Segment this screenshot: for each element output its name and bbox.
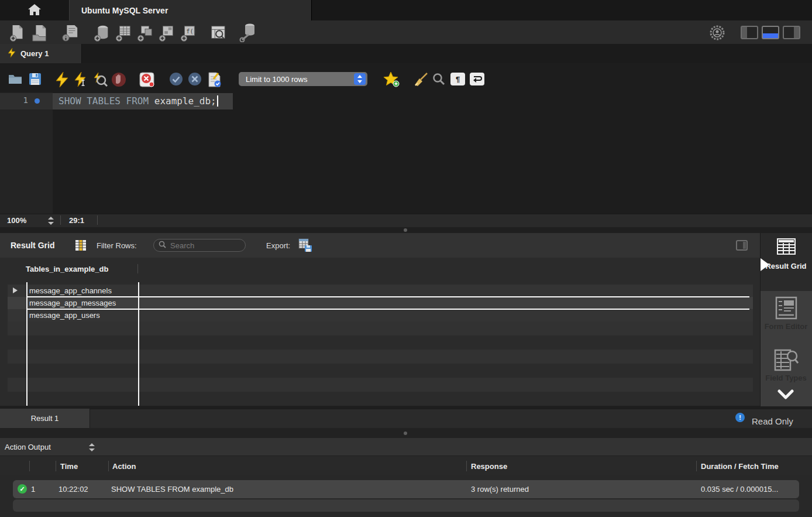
mysql-workbench-window: Ubuntu MySQL Server f()	[0, 0, 812, 517]
grid-column-header[interactable]: Tables_in_example_db	[26, 265, 108, 273]
status-divider-2	[97, 215, 98, 225]
toggle-right-panel-button[interactable]	[783, 26, 800, 39]
sidebar-collapse-arrow-icon[interactable]	[761, 258, 769, 271]
open-sql-script-icon[interactable]	[30, 24, 49, 42]
editor-tab-bar	[0, 44, 812, 63]
grid-vline[interactable]	[138, 282, 139, 406]
sys-badge-icon	[709, 25, 728, 42]
grid-header-row	[0, 258, 760, 280]
table-row[interactable]: message_app_channels	[8, 285, 753, 297]
action-output-column-header: Time Action Response Duration / Fetch Ti…	[0, 456, 812, 476]
create-function-icon[interactable]: f()	[179, 24, 198, 42]
sql-editor[interactable]	[0, 93, 812, 214]
stop-query-icon[interactable]	[111, 72, 125, 86]
toggle-left-panel-button[interactable]	[741, 26, 758, 39]
table-row[interactable]: message_app_messages	[8, 297, 753, 309]
row-action: SHOW TABLES FROM example_db	[111, 480, 233, 498]
toggle-stop-on-error-icon[interactable]	[139, 72, 153, 86]
query-bolt-icon	[8, 48, 15, 59]
query-tab-label: Query 1	[20, 49, 49, 58]
row-value: message_app_messages	[29, 299, 116, 307]
create-procedure-icon[interactable]	[157, 24, 176, 42]
col-response[interactable]: Response	[471, 456, 507, 476]
header-column-separator[interactable]	[137, 264, 138, 273]
create-schema-icon[interactable]	[92, 24, 111, 42]
grid-vline	[26, 282, 27, 406]
action-output-header	[0, 438, 812, 456]
action-output-title: Action Output	[5, 443, 51, 451]
create-table-icon[interactable]	[114, 24, 133, 42]
pilcrow-icon: ¶	[456, 75, 460, 84]
row-duration: 0.035 sec / 0.000015...	[701, 480, 778, 498]
connection-tab[interactable]: Ubuntu MySQL Server	[70, 0, 312, 20]
row-index: 1	[31, 480, 35, 498]
new-query-tab-icon[interactable]	[8, 24, 27, 42]
open-file-icon[interactable]	[8, 72, 22, 86]
execute-query-icon[interactable]	[55, 72, 69, 86]
dropdown-stepper-icon	[354, 73, 366, 85]
commit-icon[interactable]	[169, 72, 183, 86]
save-script-icon[interactable]	[28, 72, 42, 86]
collapse-chevron-down-icon[interactable]	[777, 389, 794, 403]
text-cursor	[217, 95, 218, 107]
grid-hline	[26, 309, 749, 310]
row-response: 3 row(s) returned	[471, 480, 529, 498]
toggle-autocommit-icon[interactable]	[207, 72, 221, 86]
filter-search-field[interactable]	[153, 239, 246, 252]
inspector-icon[interactable]	[61, 24, 80, 42]
read-only-info-icon: !	[735, 413, 745, 422]
panel-toggle-icon[interactable]	[736, 240, 748, 252]
sql-keywords: SHOW TABLES FROM	[59, 95, 149, 107]
statement-marker-dot	[35, 98, 40, 104]
col-time[interactable]: Time	[60, 456, 78, 476]
success-check-icon: ✓	[18, 484, 27, 494]
grid-hline	[26, 296, 749, 297]
execute-statement-icon[interactable]	[74, 72, 88, 86]
action-log-row[interactable]: ✓ 1 10:22:02 SHOW TABLES FROM example_db…	[13, 480, 799, 498]
action-output-selector[interactable]	[89, 443, 95, 451]
tab-result-1[interactable]: Result 1	[0, 409, 90, 428]
zoom-stepper[interactable]	[48, 217, 54, 225]
limit-rows-dropdown[interactable]: Limit to 1000 rows	[239, 72, 367, 86]
wrap-arrow-icon	[473, 74, 482, 84]
connection-tab-label: Ubuntu MySQL Server	[81, 6, 168, 15]
caret-position: 29:1	[69, 216, 84, 225]
export-label: Export:	[266, 241, 290, 250]
sidebar-field-types-label[interactable]: Field Types	[760, 374, 812, 382]
editor-result-splitter[interactable]	[0, 227, 812, 233]
form-editor-icon[interactable]	[775, 296, 797, 321]
wrap-text-button[interactable]	[470, 73, 484, 85]
sql-identifier: example_db;	[149, 95, 216, 107]
create-view-icon[interactable]	[136, 24, 154, 42]
table-row[interactable]: message_app_users	[8, 309, 753, 321]
explain-plan-icon[interactable]	[92, 72, 106, 86]
rollback-icon[interactable]	[188, 72, 202, 86]
home-tab[interactable]	[0, 0, 70, 20]
result-output-splitter[interactable]	[0, 428, 812, 438]
server-config-icon[interactable]	[239, 22, 257, 40]
editor-status-bar	[0, 214, 812, 228]
beautify-query-icon[interactable]	[413, 72, 427, 86]
search-table-data-icon[interactable]	[208, 24, 227, 42]
find-icon[interactable]	[432, 72, 446, 86]
field-types-icon[interactable]	[774, 348, 799, 374]
home-icon	[28, 4, 41, 17]
grid-columns-icon[interactable]	[75, 239, 87, 253]
tab-query-1[interactable]: Query 1	[0, 44, 82, 63]
search-input[interactable]	[169, 241, 236, 251]
empty-row-stripes	[8, 321, 753, 406]
zoom-level: 100%	[7, 216, 26, 225]
svg-text:f(): f()	[186, 28, 197, 35]
row-value: message_app_channels	[29, 286, 112, 295]
col-action[interactable]: Action	[112, 456, 136, 476]
result-tab-label: Result 1	[31, 414, 59, 423]
row-value: message_app_users	[29, 311, 100, 320]
code-line[interactable]: SHOW TABLES FROM example_db;	[59, 95, 218, 107]
export-recordset-icon[interactable]	[298, 238, 312, 254]
action-empty-row	[13, 499, 799, 512]
add-snippet-icon[interactable]	[384, 72, 398, 86]
show-invisibles-button[interactable]: ¶	[450, 73, 465, 85]
toggle-bottom-panel-button[interactable]	[762, 26, 779, 39]
col-duration[interactable]: Duration / Fetch Time	[701, 456, 779, 476]
sidebar-form-editor-label[interactable]: Form Editor	[760, 322, 812, 331]
